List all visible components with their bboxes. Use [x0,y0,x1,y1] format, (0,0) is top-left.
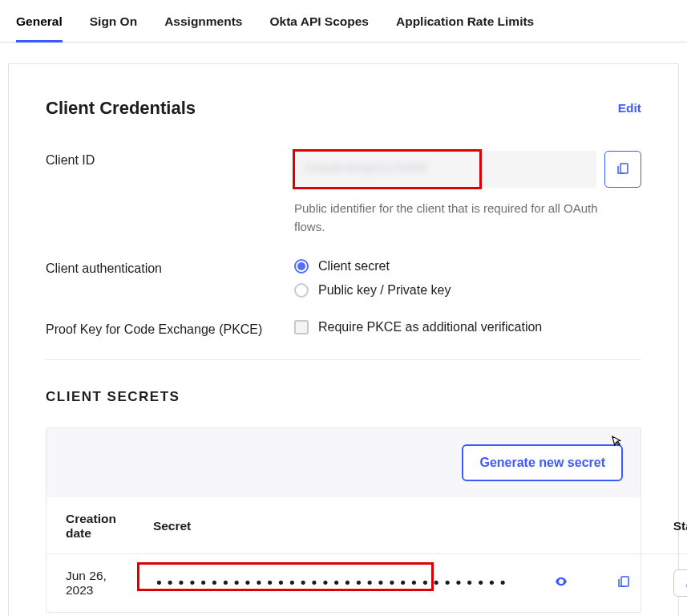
client-credentials-title: Client Credentials [46,98,196,119]
clipboard-icon [616,161,630,178]
client-secrets-title: CLIENT SECRETS [46,389,641,405]
col-creation-date: Creation date [48,499,134,554]
pkce-label: Proof Key for Code Exchange (PKCE) [46,320,294,337]
col-status: Status [656,499,687,554]
tab-sign-on[interactable]: Sign On [90,14,137,43]
client-auth-label: Client authentication [46,259,294,276]
client-secrets-box: Generate new secret Creation date Secret… [46,428,641,613]
generate-new-secret-button[interactable]: Generate new secret [462,444,623,481]
svg-point-1 [560,580,562,582]
radio-public-key-label: Public key / Private key [318,283,451,298]
client-id-label: Client ID [46,151,294,168]
copy-client-id-button[interactable] [604,151,641,188]
client-id-value[interactable]: 0oaabcdefghij123456 [294,151,596,188]
tab-assignments[interactable]: Assignments [164,14,242,43]
tab-general[interactable]: General [16,14,63,43]
table-row: Jun 26, 2023 •••••••••••••••••••••••••••… [48,556,687,610]
radio-public-key[interactable]: Public key / Private key [294,283,641,298]
edit-button[interactable]: Edit [618,101,641,116]
tab-okta-api-scopes[interactable]: Okta API Scopes [270,14,369,43]
clipboard-icon [616,574,631,592]
reveal-secret-button[interactable] [548,570,574,596]
svg-rect-0 [620,164,628,173]
radio-icon [294,283,309,298]
client-credentials-card: Client Credentials Edit Client ID 0oaabc… [8,63,679,616]
secret-status-dropdown[interactable]: Active ▼ [673,569,687,597]
secret-creation-date: Jun 26, 2023 [48,556,134,610]
tab-app-rate-limits[interactable]: Application Rate Limits [396,14,534,43]
tab-bar: General Sign On Assignments Okta API Sco… [0,0,687,43]
client-id-helper: Public identifier for the client that is… [294,199,615,237]
checkbox-icon [294,320,309,334]
col-secret: Secret [135,499,529,554]
pkce-checkbox[interactable]: Require PKCE as additional verification [294,320,641,334]
secret-masked-value: •••••••••••••••••••••••••••••••• [153,571,511,594]
copy-secret-button[interactable] [611,570,636,596]
radio-icon [294,259,309,274]
divider [46,359,641,360]
svg-rect-2 [621,577,628,586]
radio-client-secret[interactable]: Client secret [294,259,641,274]
client-secrets-table: Creation date Secret Status Jun 26, 2023… [46,497,687,612]
radio-client-secret-label: Client secret [318,259,390,274]
pkce-checkbox-label: Require PKCE as additional verification [318,320,542,334]
eye-icon [554,574,568,592]
